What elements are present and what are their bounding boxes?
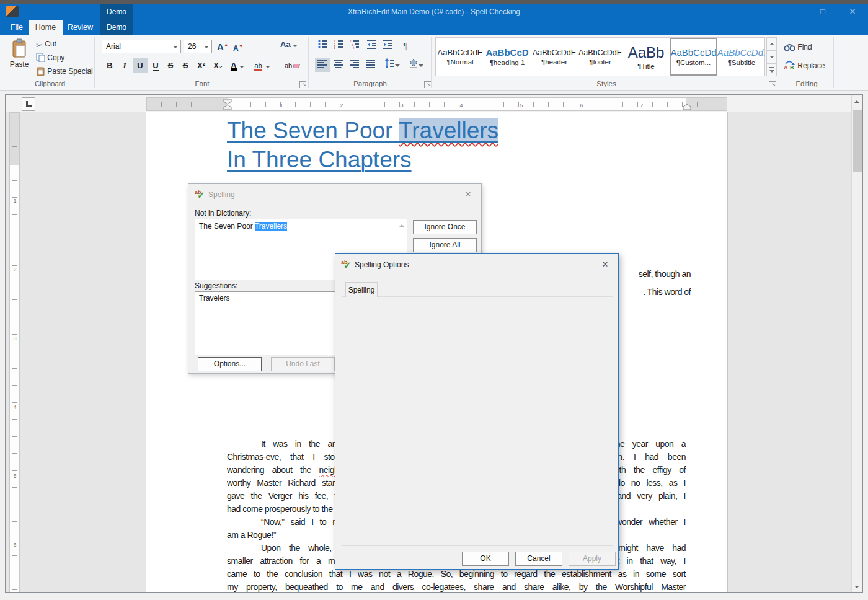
numbering-icon: 123: [334, 39, 343, 49]
ignore-once-button[interactable]: Ignore Once: [413, 220, 477, 234]
text-before-selection: The Seven Poor: [199, 222, 255, 231]
tab-file[interactable]: File: [5, 20, 29, 35]
apply-button[interactable]: Apply: [569, 552, 616, 566]
style-header[interactable]: AaBbCcDdE¶header: [531, 38, 577, 75]
decrease-indent-icon: [367, 39, 377, 49]
textbox-scroll-up-icon[interactable]: [399, 224, 404, 227]
italic-button[interactable]: I: [118, 58, 131, 73]
find-button[interactable]: Find: [784, 41, 812, 53]
not-in-dictionary-label: Not in Dictionary:: [195, 209, 251, 218]
grow-font-button[interactable]: A▲: [217, 39, 229, 51]
suggestions-label: Suggestions:: [195, 281, 237, 290]
ok-button[interactable]: OK: [462, 552, 509, 566]
change-case-button[interactable]: Aa: [280, 38, 298, 51]
double-underline-button[interactable]: U: [149, 58, 162, 73]
tab-stop-selector[interactable]: [22, 97, 35, 111]
indent-markers[interactable]: [223, 99, 232, 111]
ruler-number: 5: [12, 473, 18, 479]
tab-page: [342, 296, 613, 546]
paste-clipboard-icon: [11, 38, 27, 58]
style-custom-selected[interactable]: AaBbCcDd¶Custom...: [670, 38, 717, 76]
right-indent-marker[interactable]: [683, 104, 691, 111]
scroll-down-button[interactable]: [852, 581, 862, 592]
cut-button[interactable]: ✂ Cut: [36, 38, 56, 50]
group-divider: [308, 37, 309, 88]
paste-button[interactable]: Paste: [7, 37, 31, 78]
style-title[interactable]: AaBb¶Title: [623, 38, 669, 75]
close-icon[interactable]: ✕: [597, 258, 613, 271]
styles-group-label: Styles: [434, 80, 779, 87]
increase-indent-button[interactable]: [381, 39, 396, 53]
bold-button[interactable]: B: [103, 58, 117, 73]
minimize-button[interactable]: —: [778, 4, 807, 20]
tab-demo[interactable]: Demo: [100, 20, 133, 35]
tab-spelling[interactable]: Spelling: [345, 282, 378, 297]
double-strikethrough-button[interactable]: S: [179, 58, 192, 73]
heading-misspelled-selected[interactable]: Travellers: [399, 118, 498, 143]
font-size-value: 26: [188, 42, 196, 51]
shading-button[interactable]: [403, 58, 424, 72]
superscript-button[interactable]: X²: [193, 58, 209, 73]
font-family-dropdown[interactable]: [170, 40, 180, 53]
vertical-ruler[interactable]: 1 2 3 4 5 6: [9, 112, 20, 593]
style-normal[interactable]: AaBbCcDdE¶Normal: [437, 38, 483, 75]
highlight-icon: ab: [254, 62, 262, 71]
shrink-font-button[interactable]: A▼: [233, 40, 244, 53]
font-size-dropdown[interactable]: [201, 40, 211, 53]
multilevel-list-button[interactable]: 1ai: [347, 39, 362, 53]
show-marks-button[interactable]: ¶: [398, 39, 413, 53]
copy-button[interactable]: Copy: [36, 51, 64, 64]
styles-scroll-up-button[interactable]: [766, 37, 777, 50]
context-tab-group-demo[interactable]: Demo Demo: [100, 4, 133, 35]
font-family-combo[interactable]: Arial: [102, 40, 181, 53]
font-family-value: Arial: [106, 42, 121, 51]
ignore-all-button[interactable]: Ignore All: [413, 238, 477, 252]
styles-scroll-down-button[interactable]: [766, 50, 777, 63]
shrink-caret-icon: ▼: [239, 43, 244, 49]
font-size-combo[interactable]: 26: [184, 40, 212, 53]
align-left-button[interactable]: [315, 58, 330, 72]
underline-button[interactable]: U: [133, 58, 148, 73]
options-button[interactable]: Options...: [198, 357, 262, 371]
font-color-button[interactable]: A: [228, 58, 247, 73]
undo-last-button[interactable]: Undo Last: [271, 357, 335, 371]
strikethrough-button[interactable]: S: [164, 58, 177, 73]
svg-text:3: 3: [334, 46, 335, 49]
scroll-up-button[interactable]: [852, 97, 862, 107]
line-spacing-button[interactable]: [379, 58, 401, 72]
align-right-button[interactable]: [347, 58, 362, 72]
highlight-button[interactable]: ab: [250, 58, 274, 73]
horizontal-ruler[interactable]: 1 2 3 4 5 6 7: [146, 97, 727, 111]
styles-gallery-expand-button[interactable]: [766, 63, 777, 76]
tab-home[interactable]: Home: [29, 20, 63, 35]
bullets-button[interactable]: [315, 39, 330, 53]
scrollbar-thumb[interactable]: [852, 110, 862, 172]
maximize-button[interactable]: □: [808, 4, 837, 20]
subscript-button[interactable]: X₂: [210, 58, 226, 73]
decrease-indent-button[interactable]: [365, 39, 379, 53]
close-icon[interactable]: ✕: [460, 188, 476, 201]
cancel-button[interactable]: Cancel: [515, 552, 562, 566]
style-heading1[interactable]: AaBbCcD¶heading 1: [484, 38, 530, 75]
ruler-number: 1: [12, 198, 18, 204]
vertical-scrollbar[interactable]: [851, 95, 862, 593]
clear-formatting-button[interactable]: ab: [283, 58, 301, 73]
style-footer[interactable]: AaBbCcDdE¶footer: [578, 38, 622, 75]
svg-text:B: B: [790, 64, 794, 70]
paste-special-button[interactable]: Paste Special: [36, 65, 93, 77]
font-group-label: Font: [97, 80, 308, 87]
copy-icon: [36, 53, 45, 62]
close-button[interactable]: ✕: [838, 4, 867, 20]
numbering-button[interactable]: 123: [331, 39, 346, 53]
heading-text: The Seven Poor: [227, 118, 399, 143]
document-heading[interactable]: The Seven Poor Travellers In Three Chapt…: [227, 116, 574, 174]
spelling-options-dialog[interactable]: ab✓ Spelling Options ✕ Spelling General …: [335, 253, 619, 570]
ruler-ticks: [12, 113, 17, 592]
tab-review[interactable]: Review: [63, 20, 98, 35]
align-center-button[interactable]: [331, 58, 346, 72]
justify-button[interactable]: [363, 58, 378, 72]
heading-line2: In Three Chapters: [227, 147, 412, 172]
ruler-number: 6: [578, 102, 585, 108]
replace-button[interactable]: AB Replace: [784, 60, 825, 72]
style-subtitle[interactable]: AaBbCcDd.¶Subtitle: [719, 38, 764, 75]
